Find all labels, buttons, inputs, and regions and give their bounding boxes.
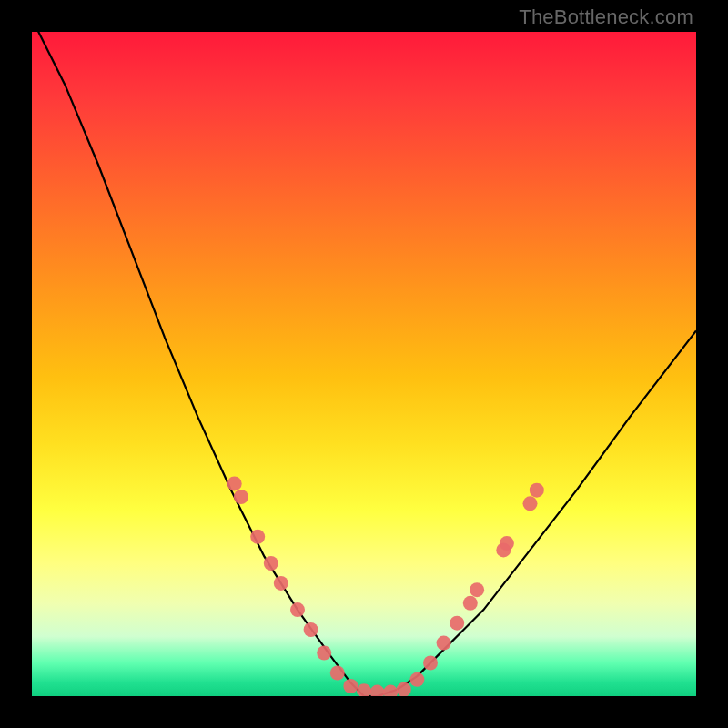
data-point: [274, 576, 288, 591]
data-point: [523, 496, 538, 511]
plot-area: [32, 32, 696, 696]
data-point: [370, 685, 385, 696]
marker-group: [228, 476, 544, 696]
data-point: [410, 672, 424, 687]
data-point: [330, 666, 345, 681]
data-point: [500, 536, 514, 551]
data-point: [264, 556, 278, 571]
data-point: [450, 616, 464, 631]
data-point: [228, 476, 242, 490]
data-point: [423, 656, 438, 671]
chart-svg: [32, 32, 696, 696]
data-point: [397, 682, 411, 696]
data-point: [343, 679, 358, 693]
data-point: [234, 490, 248, 504]
data-point: [250, 530, 265, 544]
data-point: [530, 483, 544, 498]
data-point: [304, 622, 318, 637]
data-point: [470, 582, 484, 597]
data-point: [437, 636, 451, 651]
data-point: [290, 602, 305, 617]
data-point: [383, 685, 398, 696]
data-point: [357, 683, 371, 696]
chart-container: TheBottleneck.com: [0, 0, 728, 728]
data-point: [463, 596, 478, 611]
attribution-text: TheBottleneck.com: [519, 5, 693, 29]
data-point: [317, 646, 331, 661]
bottleneck-curve: [32, 32, 696, 696]
